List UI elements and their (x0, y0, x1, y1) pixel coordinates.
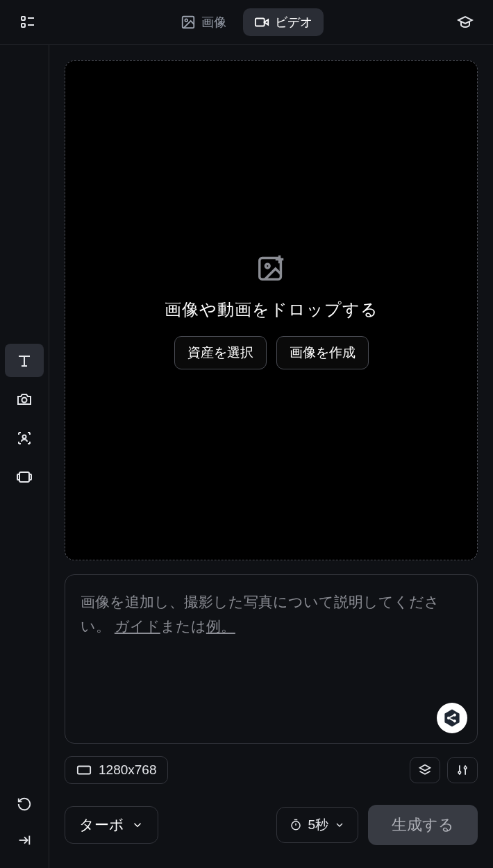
svg-point-15 (453, 714, 456, 717)
collapse-button[interactable] (10, 826, 38, 854)
svg-rect-0 (22, 17, 25, 20)
image-icon (181, 15, 196, 30)
rotate-ccw-icon (17, 796, 32, 812)
guide-link[interactable]: ガイド (115, 618, 160, 634)
chevron-down-icon (334, 819, 345, 831)
svg-rect-6 (256, 19, 265, 26)
tool-frames[interactable] (5, 460, 44, 494)
graduation-cap-icon[interactable] (451, 8, 479, 36)
drop-zone[interactable]: 画像や動画をドロップする 資産を選択 画像を作成 (65, 60, 478, 560)
tab-video-label: ビデオ (275, 14, 312, 31)
video-icon (254, 15, 269, 30)
sliders-button[interactable] (447, 757, 478, 783)
duration-label: 5秒 (308, 816, 328, 834)
svg-rect-1 (22, 24, 25, 27)
select-asset-button[interactable]: 資産を選択 (174, 336, 267, 369)
svg-point-13 (265, 264, 269, 268)
svg-rect-12 (259, 258, 281, 280)
hex-share-icon (442, 708, 462, 728)
landscape-rect-icon (76, 765, 92, 776)
tab-image[interactable]: 画像 (169, 8, 237, 36)
person-scan-icon (16, 430, 33, 446)
chevron-down-icon (131, 819, 144, 831)
tool-person-scan[interactable] (5, 422, 44, 455)
stopwatch-icon (290, 819, 302, 831)
svg-point-16 (453, 719, 456, 722)
generate-button[interactable]: 生成する (368, 805, 478, 845)
resolution-chip[interactable]: 1280x768 (65, 756, 168, 784)
create-image-button[interactable]: 画像を作成 (276, 336, 369, 369)
prompt-textarea[interactable]: 画像を追加し、撮影した写真について説明してください。 ガイドまたは例。 (65, 574, 478, 744)
layers-icon (418, 763, 432, 777)
svg-point-18 (458, 771, 460, 774)
svg-rect-17 (78, 767, 90, 774)
svg-point-7 (22, 398, 27, 403)
arrow-right-bar-icon (17, 833, 32, 848)
tool-text[interactable] (5, 344, 44, 377)
sliders-icon (456, 763, 469, 777)
svg-rect-9 (19, 472, 29, 482)
svg-point-8 (23, 435, 26, 439)
layers-button[interactable] (410, 757, 440, 783)
grid-list-icon[interactable] (14, 8, 42, 36)
tab-video[interactable]: ビデオ (243, 8, 324, 36)
duration-button[interactable]: 5秒 (276, 807, 358, 843)
resolution-value: 1280x768 (99, 762, 156, 778)
example-link[interactable]: 例。 (206, 618, 235, 634)
generate-label: 生成する (392, 816, 454, 833)
tool-camera[interactable] (5, 383, 44, 416)
svg-point-19 (465, 767, 467, 769)
reset-button[interactable] (10, 790, 38, 818)
svg-rect-11 (29, 474, 31, 480)
share-button[interactable] (437, 703, 467, 733)
prompt-placeholder: 画像を追加し、撮影した写真について説明してください。 ガイドまたは例。 (81, 590, 462, 638)
frames-icon (16, 469, 33, 485)
sidebar (0, 45, 49, 868)
tab-image-label: 画像 (201, 14, 226, 31)
svg-rect-10 (17, 474, 19, 480)
image-plus-icon (256, 251, 287, 283)
drop-title: 画像や動画をドロップする (165, 299, 378, 321)
text-icon (16, 352, 33, 369)
camera-icon (16, 391, 33, 408)
turbo-label: ターボ (79, 815, 124, 835)
model-turbo-button[interactable]: ターボ (65, 806, 158, 844)
svg-point-5 (185, 19, 187, 22)
